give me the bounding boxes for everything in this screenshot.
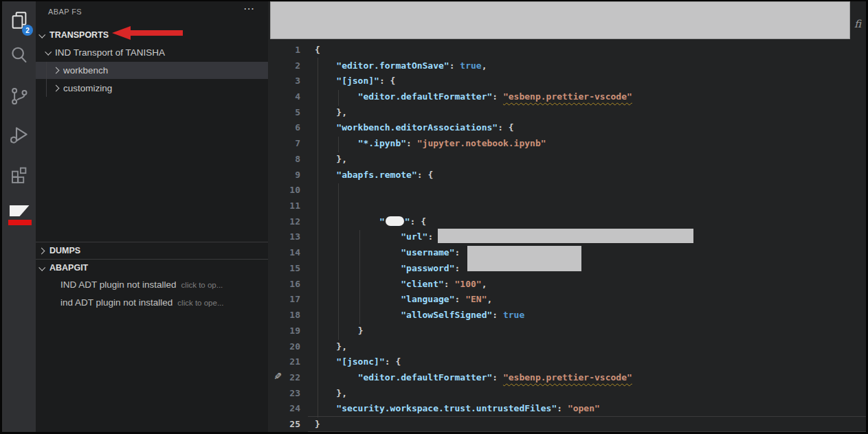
code-line-content[interactable]: } xyxy=(300,326,363,336)
code-line-content[interactable]: "editor.defaultFormatter": "esbenp.prett… xyxy=(300,372,632,382)
activity-extensions[interactable] xyxy=(2,161,36,188)
edit-pencil-icon[interactable]: ✎ xyxy=(269,371,282,383)
tree-item-customizing[interactable]: customizing xyxy=(36,80,268,97)
search-icon xyxy=(9,45,30,65)
more-actions-icon[interactable]: ⋯ xyxy=(243,2,256,15)
abapgit-item-label: ind ADT plugin not installed xyxy=(60,297,173,308)
tree-item-label: IND Transport of TANISHA xyxy=(55,47,165,58)
code-line-content[interactable]: "abapfs.remote": { xyxy=(300,170,433,180)
code-line[interactable]: 22 "editor.defaultFormatter": "esbenp.pr… xyxy=(268,369,866,385)
code-line-content[interactable]: "client": "100", xyxy=(300,279,487,289)
chevron-right-icon xyxy=(38,247,45,254)
code-line[interactable]: 21 "[jsonc]": { xyxy=(268,354,866,369)
code-line[interactable]: 7 "*.ipynb": "jupyter.notebook.ipynb" xyxy=(268,135,866,151)
editor-pane[interactable]: ✎ 1{2 "editor.formatOnSave": true,3 "[js… xyxy=(268,1,866,432)
code-line[interactable]: 16 "client": "100", xyxy=(268,276,866,292)
chevron-down-icon xyxy=(45,49,52,56)
code-line[interactable]: 8 }, xyxy=(268,151,866,167)
code-line-content[interactable]: "*.ipynb": "jupyter.notebook.ipynb" xyxy=(300,138,546,148)
line-number: 19 xyxy=(268,326,300,336)
code-line[interactable]: 9 "abapfs.remote": { xyxy=(268,167,866,183)
code-line[interactable]: 5 }, xyxy=(268,104,866,120)
line-number: 6 xyxy=(268,122,300,133)
line-number: 10 xyxy=(268,185,300,195)
activity-source-control[interactable] xyxy=(2,82,36,110)
code-line-content[interactable]: "workbench.editorAssociations": { xyxy=(300,122,514,133)
code-line-content[interactable]: { xyxy=(300,45,320,55)
line-number: 24 xyxy=(268,403,300,413)
run-debug-icon xyxy=(8,124,30,146)
vscode-window: 2 xyxy=(0,0,868,434)
code-line[interactable]: 23 }, xyxy=(268,385,866,401)
code-line-content[interactable]: }, xyxy=(300,154,347,164)
code-line-content[interactable]: }, xyxy=(300,388,347,398)
tree-item-ind-transport[interactable]: IND Transport of TANISHA xyxy=(36,44,268,61)
line-number: 17 xyxy=(268,294,300,304)
code-line[interactable]: 20 }, xyxy=(268,339,866,354)
activity-abap-fs[interactable] xyxy=(2,202,36,227)
code-line[interactable]: 18 "allowSelfSigned": true xyxy=(268,307,866,323)
code-line-content[interactable]: "editor.formatOnSave": true, xyxy=(300,60,487,71)
code-line-content[interactable]: "url": xyxy=(300,231,438,242)
section-header-transports[interactable]: TRANSPORTS xyxy=(36,27,268,43)
code-line[interactable]: 11 xyxy=(268,198,866,214)
line-number: 12 xyxy=(268,216,300,227)
line-number: 5 xyxy=(268,107,300,117)
activity-search[interactable] xyxy=(2,41,36,69)
tree-indent-guide xyxy=(46,62,47,97)
code-line[interactable]: 25} xyxy=(268,416,866,432)
code-line-content[interactable]: }, xyxy=(300,107,347,117)
code-line-content[interactable]: "language": "EN", xyxy=(300,294,492,304)
code-line[interactable]: 24 "security.workspace.trust.untrustedFi… xyxy=(268,401,866,417)
tree-item-label: workbench xyxy=(63,65,108,76)
code-line-content[interactable]: "allowSelfSigned": true xyxy=(300,310,524,320)
line-number: 15 xyxy=(268,263,300,273)
code-line[interactable]: 4 "editor.defaultFormatter": "esbenp.pre… xyxy=(268,89,866,104)
clipped-text-fragment: fi xyxy=(854,18,861,30)
sidebar-title: ABAP FS xyxy=(48,8,82,16)
tree-item-label: customizing xyxy=(63,83,112,93)
code-line[interactable]: 3 "[json]": { xyxy=(268,73,866,89)
line-number: 21 xyxy=(268,356,300,367)
line-number: 8 xyxy=(268,154,300,164)
line-number: 7 xyxy=(268,138,300,148)
code-line[interactable]: 6 "workbench.editorAssociations": { xyxy=(268,120,866,136)
line-number: 25 xyxy=(268,419,300,429)
explorer-badge: 2 xyxy=(22,25,33,36)
extensions-icon xyxy=(9,164,30,185)
line-number: 18 xyxy=(268,310,300,320)
code-line-content[interactable]: "[json]": { xyxy=(300,76,395,86)
chevron-down-icon xyxy=(38,31,45,38)
sidebar-title-row: ABAP FS ⋯ xyxy=(36,1,268,22)
code-line-content[interactable]: "security.workspace.trust.untrustedFiles… xyxy=(300,403,600,413)
section-header-dumps[interactable]: DUMPS xyxy=(36,242,268,259)
code-line-content[interactable]: "[jsonc]": { xyxy=(300,356,401,367)
code-line[interactable]: 10 xyxy=(268,182,866,198)
code-line[interactable]: 12 "": { xyxy=(268,214,866,229)
code-line-content[interactable]: } xyxy=(300,419,320,429)
code-line[interactable]: 1{ xyxy=(268,42,866,58)
activity-explorer[interactable]: 2 xyxy=(2,7,36,34)
line-number: 20 xyxy=(268,341,300,352)
abapgit-item-hint[interactable]: click to ope... xyxy=(177,299,223,307)
code-line[interactable]: 19 } xyxy=(268,323,866,339)
redaction-url-value xyxy=(438,229,693,243)
code-line[interactable]: 2 "editor.formatOnSave": true, xyxy=(268,58,866,73)
code-line-content[interactable]: "editor.defaultFormatter": "esbenp.prett… xyxy=(300,91,632,102)
code-line-content[interactable]: "username": xyxy=(300,247,460,258)
section-label: DUMPS xyxy=(49,246,80,255)
code-line-content[interactable]: }, xyxy=(300,341,347,352)
redaction-pill xyxy=(386,216,404,226)
tree-item-workbench[interactable]: workbench xyxy=(36,62,268,79)
code-line[interactable]: 17 "language": "EN", xyxy=(268,292,866,308)
sidebar: ABAP FS ⋯ TRANSPORTS IND Transport of TA… xyxy=(36,1,268,432)
section-header-abapgit[interactable]: ABAPGIT xyxy=(36,259,268,276)
abapgit-item[interactable]: IND ADT plugin not installed click to op… xyxy=(36,279,268,297)
code-line-content[interactable]: "password": xyxy=(300,263,460,273)
code-line-content[interactable]: "": { xyxy=(300,216,426,227)
abapgit-item[interactable]: ind ADT plugin not installed click to op… xyxy=(36,297,268,315)
redaction-credentials xyxy=(467,246,581,271)
abapgit-item-hint[interactable]: click to op... xyxy=(181,281,223,289)
chevron-right-icon xyxy=(53,85,60,92)
activity-run-debug[interactable] xyxy=(2,122,36,149)
